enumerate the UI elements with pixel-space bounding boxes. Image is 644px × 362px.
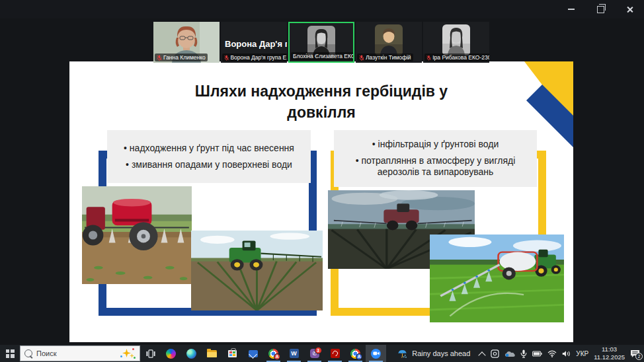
task-view-icon [146,349,155,358]
participant-tile-blokhina-active-speaker[interactable]: Блохіна Єлизавета ЕКО 2... [288,22,354,63]
rain-umbrella-icon [397,349,407,359]
onedrive-icon[interactable] [504,350,515,357]
search-box[interactable]: Поиск [20,345,140,361]
weather-widget[interactable]: Rainy days ahead [397,349,470,359]
microsoft-store-button[interactable] [222,345,243,362]
restore-button[interactable] [586,0,615,18]
notification-count-badge: 2 [635,353,643,360]
microsoft-store-icon [228,350,237,357]
search-placeholder-text: Поиск [36,349,116,357]
participant-name: Іра Рибакова ЕКО-230... [432,54,489,61]
zoom-app-button[interactable] [366,345,386,362]
participant-name: Ворона Дар'я група Е... [230,54,287,61]
participant-name: Ганна Клименко [163,54,206,61]
close-icon [626,6,633,13]
tray-time: 11:03 [594,345,625,353]
avatar-photo [442,24,470,55]
participant-name-pill: Блохіна Єлизавета ЕКО 2... [291,52,354,60]
file-explorer-icon [207,350,217,357]
photo-green-sprayer-rows [191,231,323,310]
mic-muted-icon [359,55,364,61]
avatar-photo [375,24,403,55]
search-highlights-sparkle-icon [120,347,136,359]
weather-text: Rainy days ahead [412,349,470,357]
participant-name: Блохіна Єлизавета ЕКО 2... [293,53,354,59]
chrome-button-2[interactable]: A [345,345,366,362]
viber-unread-badge: 3 [315,347,322,354]
mic-muted-icon [157,55,162,61]
tray-date: 11.12.2025 [594,353,625,361]
wifi-icon[interactable] [547,350,557,357]
minimize-icon [568,9,575,10]
restore-icon [597,6,604,13]
left-bullet-card: надходження у ґрунт під час внесення зми… [107,130,311,183]
avatar [442,24,470,55]
avatar [375,24,403,55]
participant-tile-lazutkin[interactable]: Лазуткін Тимофій [356,22,422,63]
battery-icon[interactable] [532,351,542,357]
file-explorer-button[interactable] [202,345,222,362]
desktop: { "window": { "app": "zoom-meeting-windo… [0,0,644,362]
windows-logo-icon [6,349,15,358]
close-button[interactable] [615,0,644,18]
participant-name: Лазуткін Тимофій [366,54,411,61]
hidden-icons-chevron[interactable] [479,351,485,357]
chrome-icon: A [350,349,360,359]
photo-white-tank-sprayer [430,235,564,322]
chrome-profile-badge: A [274,353,280,360]
acrobat-icon [331,349,340,358]
task-view-button[interactable] [140,345,161,362]
mail-button[interactable] [243,345,263,362]
microphone-icon[interactable] [520,349,527,358]
minimize-button[interactable] [557,0,586,18]
mail-icon [249,350,258,357]
search-icon [24,349,32,357]
mic-muted-icon [426,55,431,61]
bullet-item: інфільтрація у ґрунтові води [343,139,528,151]
participant-tile-vorona[interactable]: Ворона Дар'я г... Ворона Дар'я група Е..… [221,22,287,63]
clock[interactable]: 11:03 11.12.2025 [594,345,625,361]
notification-center-button[interactable]: 2 [630,349,641,358]
bullet-item: потрапляння в атмосферу у вигляді аерозо… [343,155,528,178]
word-button[interactable]: W [284,345,304,362]
zoom-icon [371,349,381,359]
participant-name-pill: Іра Рибакова ЕКО-230... [424,54,489,61]
copilot-button[interactable] [161,345,181,362]
window-titlebar [0,0,644,18]
right-bullet-card: інфільтрація у ґрунтові води потрапляння… [334,130,537,187]
system-tray: УКР 11:03 11.12.2025 2 [479,345,644,361]
participant-tile-hanna[interactable]: Ганна Клименко [153,22,220,63]
participant-strip: Ганна Клименко Ворона Дар'я г... Ворона … [153,22,489,63]
viber-button[interactable]: ✆ 3 [304,345,325,362]
start-button[interactable] [0,345,20,362]
photo-red-sprayer [82,186,192,284]
viber-icon: ✆ 3 [310,349,319,358]
bullet-item: змивання опадами у поверхневі води [116,159,302,171]
speaker-icon[interactable] [562,350,571,357]
copilot-icon [166,349,176,359]
chrome-icon: A [268,349,278,359]
participant-tile-rybakova[interactable]: Іра Рибакова ЕКО-230... [423,22,489,63]
language-indicator[interactable]: УКР [576,350,588,357]
shared-screen-slide: Шляхи надходження гербіцидів у довкілля … [69,61,573,342]
tray-app-icon[interactable] [491,349,499,358]
participant-name-pill: Ганна Клименко [155,54,208,61]
participant-name-pill: Лазуткін Тимофій [357,54,413,61]
windows-taskbar: Поиск A W ✆ 3 A [0,345,644,362]
bullet-item: надходження у ґрунт під час внесення [116,143,302,155]
edge-icon [186,349,196,359]
chrome-profile-badge: A [356,353,362,360]
word-icon: W [290,349,299,358]
edge-button[interactable] [181,345,202,362]
mic-muted-icon [224,55,229,61]
slide-title-line1: Шляхи надходження гербіцидів у [195,83,448,100]
slide-title: Шляхи надходження гербіцидів у довкілля [69,81,573,123]
chrome-button[interactable]: A [263,345,284,362]
participant-name-pill: Ворона Дар'я група Е... [222,54,287,61]
slide-title-line2: довкілля [287,104,355,121]
participant-big-name: Ворона Дар'я г... [225,39,287,49]
acrobat-button[interactable] [325,345,345,362]
